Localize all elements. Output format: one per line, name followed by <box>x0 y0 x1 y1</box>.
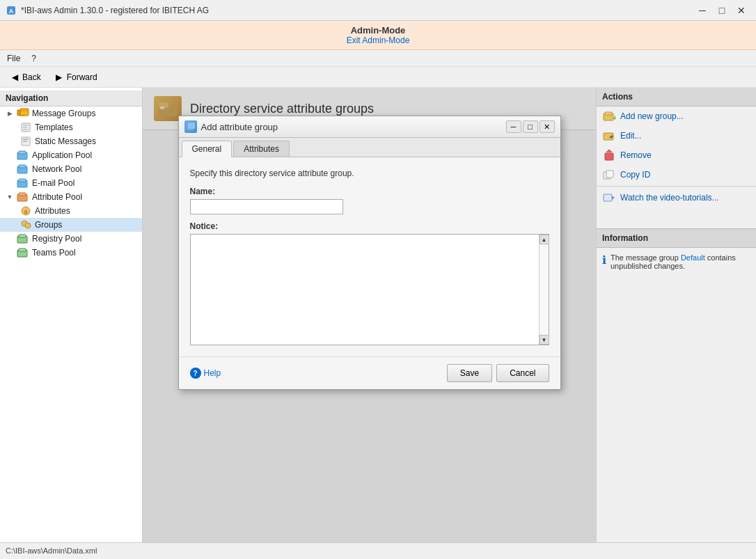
back-label: Back <box>22 72 41 82</box>
copy-icon <box>602 168 616 181</box>
svg-rect-3 <box>20 109 29 116</box>
minimize-button[interactable]: ─ <box>693 3 711 17</box>
sidebar-item-network-pool[interactable]: Network Pool <box>0 162 142 176</box>
cancel-button[interactable]: Cancel <box>496 364 549 382</box>
expand-chevron-icon: ▶ <box>6 110 14 117</box>
sidebar-item-teams-pool[interactable]: Teams Pool <box>0 246 142 260</box>
sidebar-item-label: Network Pool <box>32 164 81 174</box>
svg-text:+: + <box>613 114 615 122</box>
forward-button[interactable]: ▶ Forward <box>49 69 102 86</box>
groups-icon <box>19 219 32 230</box>
dialog-title-controls: ─ □ ✕ <box>506 120 555 133</box>
exit-admin-link[interactable]: Exit Admin-Mode <box>347 36 410 45</box>
registry-pool-icon <box>17 233 29 244</box>
info-circle-icon: ℹ <box>602 253 606 267</box>
svg-rect-43 <box>604 194 612 201</box>
sidebar-item-label: Application Pool <box>32 150 92 160</box>
title-bar: A *IBI-aws Admin 1.30.0 - registered for… <box>0 0 756 21</box>
edit-icon <box>602 129 616 142</box>
forward-label: Forward <box>67 72 97 82</box>
scroll-track <box>540 244 549 335</box>
info-text: The message group Default contains unpub… <box>611 253 750 270</box>
file-menu[interactable]: File <box>3 52 24 65</box>
action-add-new-group[interactable]: + Add new group... <box>597 107 756 126</box>
scroll-down-button[interactable]: ▼ <box>540 335 549 345</box>
dialog-button-group: Save Cancel <box>447 364 549 382</box>
dialog-maximize-button[interactable]: □ <box>523 120 538 133</box>
window-title: *IBI-aws Admin 1.30.0 - registered for I… <box>21 6 209 15</box>
info-default-link[interactable]: Default <box>681 253 705 262</box>
sidebar: Navigation ▶ Message Groups Templates St… <box>0 88 143 542</box>
action-remove[interactable]: Remove <box>597 145 756 165</box>
svg-text:A: A <box>9 8 14 15</box>
sidebar-item-registry-pool[interactable]: Registry Pool <box>0 232 142 246</box>
admin-banner: Admin-Mode Exit Admin-Mode <box>0 21 756 50</box>
sidebar-item-email-pool[interactable]: E-mail Pool <box>0 176 142 190</box>
close-button[interactable]: ✕ <box>732 3 750 17</box>
tab-general[interactable]: General <box>182 141 233 157</box>
vertical-scrollbar[interactable]: ▲ ▼ <box>539 235 549 345</box>
main-layout: Navigation ▶ Message Groups Templates St… <box>0 88 756 542</box>
sidebar-item-static-messages[interactable]: Static Messages <box>0 134 142 148</box>
action-edit[interactable]: Edit... <box>597 126 756 145</box>
static-messages-icon <box>19 136 32 147</box>
dialog-title-bar-left: Add attribute group <box>184 120 278 133</box>
dialog-title-bar: Add attribute group ─ □ ✕ <box>179 116 560 138</box>
svg-rect-15 <box>19 165 26 168</box>
scroll-up-button[interactable]: ▲ <box>540 235 549 244</box>
notice-textarea[interactable] <box>191 235 549 343</box>
back-button[interactable]: ◀ Back <box>4 69 46 86</box>
notice-area-wrapper: ▲ ▼ <box>190 234 549 345</box>
add-attribute-dialog: Add attribute group ─ □ ✕ General Attrib… <box>178 116 561 390</box>
tab-attributes[interactable]: Attributes <box>233 141 290 157</box>
sidebar-item-application-pool[interactable]: Application Pool <box>0 148 142 162</box>
dialog-close-button[interactable]: ✕ <box>540 120 555 133</box>
svg-rect-32 <box>188 123 195 129</box>
sidebar-item-label: Static Messages <box>35 136 96 146</box>
sidebar-item-label: Attribute Pool <box>32 192 82 202</box>
maximize-button[interactable]: □ <box>713 3 731 17</box>
dialog-body: Specify this directory service attribute… <box>179 157 560 356</box>
menu-bar: File ? <box>0 50 756 67</box>
sidebar-item-label: Registry Pool <box>32 234 81 244</box>
application-pool-icon <box>17 150 29 161</box>
dialog-icon <box>184 120 197 133</box>
name-input[interactable] <box>190 199 343 214</box>
sidebar-item-templates[interactable]: Templates <box>0 120 142 134</box>
help-menu[interactable]: ? <box>27 52 40 65</box>
title-bar-left: A *IBI-aws Admin 1.30.0 - registered for… <box>6 5 209 16</box>
network-pool-icon <box>17 164 29 175</box>
dialog-tabs: General Attributes <box>179 138 560 157</box>
action-label: Remove <box>620 150 652 160</box>
sidebar-item-attribute-pool[interactable]: ▼ Attribute Pool <box>0 190 142 204</box>
admin-mode-title: Admin-Mode <box>4 25 752 36</box>
status-bar: C:\IBI-aws\Admin\Data.xml <box>0 542 756 558</box>
svg-rect-17 <box>19 179 26 182</box>
forward-arrow-icon: ▶ <box>54 72 65 83</box>
action-copy-id[interactable]: Copy ID <box>597 165 756 184</box>
attribute-pool-icon <box>17 191 29 203</box>
svg-rect-25 <box>19 235 26 237</box>
title-bar-controls[interactable]: ─ □ ✕ <box>693 3 750 17</box>
action-watch-tutorials[interactable]: Watch the video-tutorials... <box>597 188 756 207</box>
sidebar-item-message-groups[interactable]: ▶ Message Groups <box>0 107 142 120</box>
sidebar-item-attributes[interactable]: a Attributes <box>0 204 142 218</box>
video-icon <box>602 191 616 204</box>
actions-header: Actions <box>597 88 756 107</box>
svg-rect-13 <box>19 151 26 154</box>
svg-rect-27 <box>19 249 26 251</box>
sidebar-item-label: Groups <box>35 220 62 230</box>
templates-icon <box>19 122 32 133</box>
svg-rect-34 <box>605 112 612 115</box>
actions-panel: Actions + Add new group... Edit... Remov… <box>596 88 756 542</box>
svg-line-37 <box>609 137 610 138</box>
sidebar-item-groups[interactable]: Groups <box>0 218 142 232</box>
sidebar-item-label: Message Groups <box>32 109 95 118</box>
action-label: Watch the video-tutorials... <box>620 193 719 203</box>
information-content: ℹ The message group Default contains unp… <box>597 248 756 276</box>
help-link[interactable]: ? Help <box>190 368 221 379</box>
save-button[interactable]: Save <box>447 364 492 382</box>
attributes-icon: a <box>19 205 32 216</box>
dialog-minimize-button[interactable]: ─ <box>506 120 521 133</box>
teams-pool-icon <box>17 247 29 258</box>
